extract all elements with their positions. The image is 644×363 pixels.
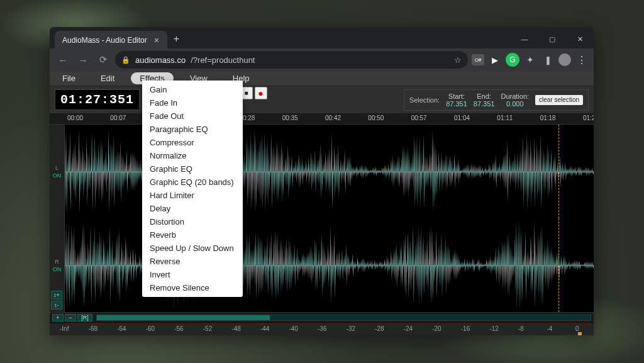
db-tick: -Inf — [60, 325, 69, 332]
time-display: 01:27:351 — [55, 89, 140, 110]
timeline-tick: 01:11 — [497, 114, 513, 121]
reset-zoom-button[interactable]: [R] — [77, 314, 92, 321]
db-tick: -28 — [375, 325, 384, 332]
playhead-cursor — [558, 125, 559, 218]
effects-menu-item[interactable]: Fade Out — [142, 109, 243, 123]
channel-left: LON — [50, 125, 594, 218]
minimize-icon[interactable]: — — [511, 30, 538, 48]
profile-avatar-icon[interactable] — [558, 53, 571, 66]
db-tick: -16 — [461, 325, 470, 332]
db-tick: -48 — [231, 325, 240, 332]
db-tick: 0 — [575, 325, 579, 332]
timeline-tick: 00:57 — [411, 114, 427, 121]
effects-menu-item[interactable]: Distortion — [142, 215, 243, 228]
effects-menu-item[interactable]: Gain — [142, 83, 243, 96]
bookmark-star-icon[interactable]: ☆ — [454, 55, 462, 65]
extensions-icon[interactable]: ✦ — [523, 53, 537, 67]
browser-tab[interactable]: AudioMass - Audio Editor × — [55, 31, 167, 48]
db-tick: -68 — [89, 325, 97, 332]
toolbar: 01:27:351 0 0 ⟲▦⏮⏪⏩⏭■● S Selection: Star… — [50, 86, 594, 114]
effects-menu-item[interactable]: Invert — [142, 268, 243, 281]
db-tick: -44 — [260, 325, 269, 332]
db-tick: -24 — [404, 325, 413, 332]
effects-menu-item[interactable]: Reverse — [142, 255, 243, 268]
titlebar: AudioMass - Audio Editor × + — ▢ ✕ — [50, 27, 594, 48]
timeline-tick: 00:07 — [110, 114, 126, 121]
zoom-out-vert-button[interactable]: ↕- — [51, 301, 62, 310]
effects-menu-item[interactable]: Delay — [142, 202, 243, 215]
timeline-tick: 00:00 — [67, 114, 83, 121]
db-tick: -8 — [518, 325, 524, 332]
db-tick: -32 — [347, 325, 355, 332]
maximize-icon[interactable]: ▢ — [538, 30, 566, 48]
effects-menu-item[interactable]: Normalize — [142, 149, 243, 162]
effects-menu-item[interactable]: Speed Up / Slow Down — [142, 242, 243, 255]
timeline-tick: 01:25 — [583, 114, 594, 121]
forward-icon[interactable]: → — [75, 52, 91, 68]
new-tab-button[interactable]: + — [167, 30, 186, 48]
db-tick: -36 — [318, 325, 326, 332]
effects-menu-item[interactable]: Hard Limiter — [142, 189, 243, 202]
url-path: /?ref=producthunt — [191, 55, 255, 65]
effects-menu-item[interactable]: Paragraphic EQ — [142, 123, 243, 136]
horizontal-scrollbar[interactable] — [96, 315, 591, 321]
browser-window: AudioMass - Audio Editor × + — ▢ ✕ ← → ⟳… — [50, 27, 594, 335]
transport-button-7[interactable]: ● — [255, 87, 267, 99]
selection-label: Selection: — [409, 96, 440, 104]
address-bar: ← → ⟳ 🔒 audiomass.co/?ref=producthunt ☆ … — [50, 48, 594, 71]
audiomass-app: File Edit Effects View Help 01:27:351 0 … — [50, 71, 594, 335]
db-tick: -52 — [203, 325, 212, 332]
extension-tag-icon[interactable]: ▶ — [488, 53, 502, 67]
bottom-bar: + − [R] — [50, 313, 594, 323]
timeline-tick: 01:18 — [540, 114, 556, 121]
effects-menu-item[interactable]: Reverb — [142, 228, 243, 242]
effects-dropdown: GainFade InFade OutParagraphic EQCompres… — [142, 81, 243, 297]
menu-bar: File Edit Effects View Help — [50, 71, 594, 86]
zoom-vertical-buttons: ↕+ ↕- — [51, 291, 62, 310]
db-meter-scale: -Inf-68-64-60-56-52-48-44-40-36-32-28-24… — [50, 323, 594, 335]
db-tick: -4 — [547, 325, 552, 332]
tab-title: AudioMass - Audio Editor — [62, 36, 147, 45]
timeline-tick: 01:04 — [454, 114, 470, 121]
effects-menu-item[interactable]: Fade In — [142, 96, 243, 109]
zoom-out-button[interactable]: − — [65, 314, 76, 321]
reload-icon[interactable]: ⟳ — [95, 52, 111, 68]
waveform-area: LON RON ↕+ ↕- — [50, 124, 594, 313]
effects-menu-item[interactable]: Remove Silence — [142, 281, 243, 294]
channel-right: RON ↕+ ↕- — [50, 218, 594, 312]
menu-file[interactable]: File — [50, 72, 88, 85]
timeline-tick: 00:50 — [368, 114, 384, 121]
timeline-tick: 00:35 — [282, 114, 298, 121]
db-tick: -56 — [174, 325, 183, 332]
back-icon[interactable]: ← — [55, 52, 71, 68]
effects-menu-item[interactable]: Graphic EQ — [142, 162, 243, 176]
timeline-tick: 00:42 — [325, 114, 341, 121]
lock-icon: 🔒 — [121, 56, 130, 64]
db-tick: -64 — [117, 325, 126, 332]
browser-menu-icon[interactable]: ⋮ — [575, 53, 589, 67]
reading-list-icon[interactable]: ❚ — [541, 53, 555, 67]
timeline-ruler[interactable]: 00:0000:0700:1400:2800:3500:4200:5000:57… — [50, 114, 594, 124]
clear-selection-button[interactable]: clear selection — [535, 95, 583, 105]
menu-edit[interactable]: Edit — [88, 72, 127, 85]
url-host: audiomass.co — [135, 55, 186, 65]
playhead-cursor — [558, 218, 559, 312]
url-field[interactable]: 🔒 audiomass.co/?ref=producthunt ☆ — [115, 51, 468, 69]
close-window-icon[interactable]: ✕ — [566, 30, 594, 48]
db-tick: -12 — [489, 325, 498, 332]
effects-menu-item[interactable]: Graphic EQ (20 bands) — [142, 176, 243, 189]
zoom-in-button[interactable]: + — [52, 314, 64, 321]
selection-readout: Selection: Start:87.351 End:87.351 Durat… — [404, 89, 589, 111]
db-tick: -60 — [146, 325, 155, 332]
effects-menu-item[interactable]: Compressor — [142, 136, 243, 149]
extension-grammarly-icon[interactable]: G — [506, 53, 519, 67]
db-tick: -40 — [289, 325, 297, 332]
zoom-in-vert-button[interactable]: ↕+ — [51, 291, 62, 299]
close-tab-icon[interactable]: × — [152, 36, 161, 45]
db-tick: -20 — [432, 325, 441, 332]
extension-off-icon[interactable]: Off — [472, 54, 484, 65]
